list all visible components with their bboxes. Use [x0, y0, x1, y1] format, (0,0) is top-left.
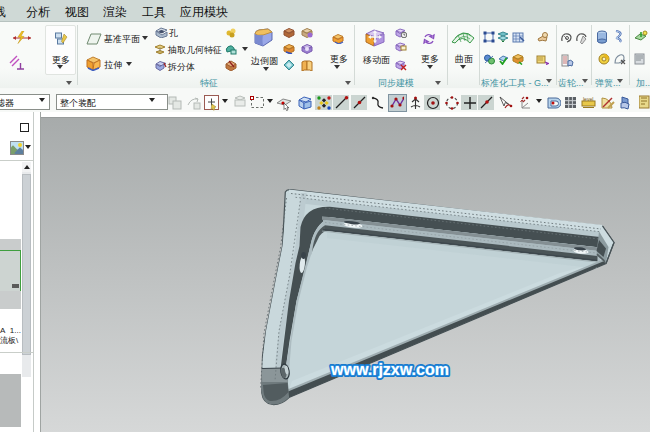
svg-text:www.rjzxw.com: www.rjzxw.com — [330, 361, 449, 378]
svg-text:level: level — [583, 96, 593, 102]
